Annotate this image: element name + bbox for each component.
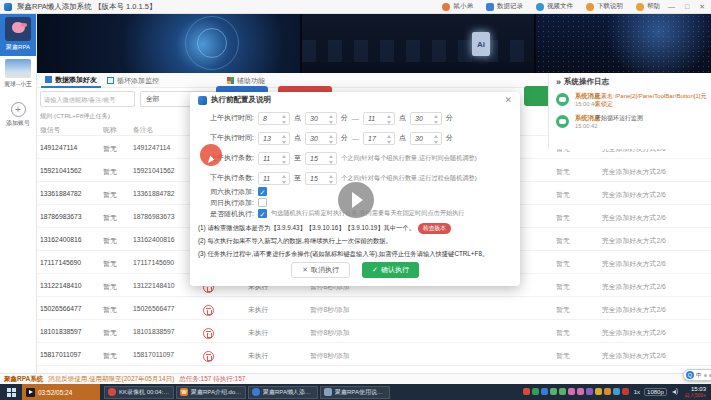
checkbox[interactable] <box>258 209 267 218</box>
morning-end-minute-input[interactable]: 30 <box>410 112 442 125</box>
tray-icon[interactable] <box>550 388 557 395</box>
video-play-button-overlay[interactable] <box>338 182 374 218</box>
afternoon-end-hour-input[interactable]: 17 <box>363 132 395 145</box>
sidebar-item-add-account[interactable]: 添加账号 <box>0 93 36 132</box>
spinner-icon <box>282 175 287 184</box>
status-task-stats: 总任务:157 待执行:157 <box>179 375 245 384</box>
tray-icon[interactable] <box>577 388 584 395</box>
titlebar-menu-item[interactable]: 鼠小弟 <box>442 2 473 11</box>
cell-wechat-id: 13122148410 <box>40 282 82 289</box>
afternoon-start-minute-input[interactable]: 30 <box>305 132 337 145</box>
tray-icon[interactable] <box>613 388 620 395</box>
check-version-button[interactable]: 检查版本 <box>418 223 451 234</box>
tray-icon[interactable] <box>595 388 602 395</box>
cell-interval: 暂停8秒/添加 <box>310 351 350 361</box>
ime-logo-icon[interactable]: Q <box>686 371 694 379</box>
tray-icon[interactable] <box>559 388 566 395</box>
taskbar-window-tile[interactable]: KK录像机 00:04:10 <box>104 386 174 399</box>
search-input[interactable] <box>40 91 135 107</box>
log-panel-title: 系统操作日志 <box>549 73 711 89</box>
cell-extra: 暂无 <box>556 213 570 223</box>
tab[interactable]: 数据添加好友 <box>41 73 101 88</box>
cell-add-method: 完全添加好友方式2/6 <box>602 190 666 200</box>
cell-wechat-id: 13162400816 <box>40 236 82 243</box>
cell-add-method: 完全添加好友方式2/6 <box>602 282 666 292</box>
checkbox[interactable] <box>258 198 267 207</box>
close-icon[interactable] <box>699 3 705 11</box>
titlebar-menu-label: 下载说明 <box>597 2 623 11</box>
spinner-icon <box>282 115 287 124</box>
morning-start-hour-input[interactable]: 8 <box>258 112 290 125</box>
maximize-icon[interactable] <box>685 3 689 11</box>
delete-icon[interactable] <box>203 305 214 316</box>
cell-add-method: 完全添加好友方式2/6 <box>602 236 666 246</box>
playback-speed[interactable]: 1x <box>634 389 640 395</box>
sidebar-item-account-2[interactable]: 寰球--小王 <box>0 56 36 93</box>
tab-icon <box>45 76 52 83</box>
cell-add-method: 完全添加好友方式2/6 <box>602 259 666 269</box>
titlebar-menu-item[interactable]: 帮助 <box>636 2 660 11</box>
taskbar-window-tile[interactable]: 聚鑫RPA懒人添加... <box>248 386 318 399</box>
minimize-icon[interactable] <box>668 3 675 11</box>
cell-extra: 暂无 <box>556 236 570 246</box>
confirm-execution-button[interactable]: 确认执行 <box>362 262 419 278</box>
tab-label: 辅助功能 <box>237 76 265 86</box>
afternoon-end-minute-input[interactable]: 30 <box>410 132 442 145</box>
morning-count-max-input[interactable]: 15 <box>305 152 337 165</box>
tray-icon[interactable] <box>622 388 629 395</box>
taskbar-window-label: 聚鑫RPA懒人添加... <box>263 388 314 397</box>
cancel-execution-button[interactable]: 取消执行 <box>291 262 350 278</box>
titlebar: 聚鑫RPA懒人添加系统 【版本号 1.0.1.5】 鼠小弟 数据记录 视频文件 <box>0 0 711 14</box>
afternoon-count-min-input[interactable]: 11 <box>258 172 290 185</box>
dialog-close-icon[interactable] <box>504 95 512 105</box>
spinner-icon <box>434 135 439 144</box>
morning-count-min-input[interactable]: 11 <box>258 152 290 165</box>
cell-nickname: 暂无 <box>103 236 117 246</box>
table-row[interactable]: 15026566477 暂无 15026566477 未执行 暂停8秒/添加 暂… <box>37 297 711 320</box>
ime-tool-icon[interactable] <box>704 374 707 377</box>
tray-icon[interactable] <box>604 388 611 395</box>
afternoon-start-hour-input[interactable]: 13 <box>258 132 290 145</box>
delete-icon[interactable] <box>203 328 214 339</box>
banner-ai-face-image <box>37 14 300 73</box>
filter-dropdown-value: 全部 <box>146 94 160 104</box>
cell-remark: 15921041562 <box>133 167 175 174</box>
taskbar-window-tile[interactable]: 聚鑫RPA使用说明... <box>320 386 390 399</box>
table-row[interactable]: 18101838597 暂无 18101838597 未执行 暂停8秒/添加 暂… <box>37 320 711 343</box>
sidebar-item-rpa-account[interactable]: 聚鑫RPA <box>0 14 36 56</box>
afternoon-count-max-input[interactable]: 15 <box>305 172 337 185</box>
cell-wechat-id: 13361884782 <box>40 190 82 197</box>
video-quality-badge[interactable]: 1080p <box>644 388 667 396</box>
delete-icon[interactable] <box>203 351 214 362</box>
titlebar-menu-item[interactable]: 下载说明 <box>586 2 623 11</box>
cell-nickname: 暂无 <box>103 167 117 177</box>
taskbar-window-tile[interactable]: 聚鑫RPA介绍.doc... <box>176 386 246 399</box>
taskbar-windows: KK录像机 00:04:10 聚鑫RPA介绍.doc... 聚鑫RPA懒人添加.… <box>104 386 390 399</box>
watermark-text: 日入500+ <box>685 393 706 399</box>
start-button[interactable] <box>0 384 22 400</box>
status-app-name: 聚鑫RPA系统 <box>4 375 43 384</box>
cell-interval: 暂停8秒/添加 <box>310 328 350 338</box>
dialog-buttons: 取消执行 确认执行 <box>190 262 520 278</box>
tray-icon[interactable] <box>532 388 539 395</box>
morning-start-minute-input[interactable]: 30 <box>305 112 337 125</box>
ime-language-icon[interactable]: 中 <box>696 372 702 379</box>
table-row[interactable]: 15817011097 暂无 15817011097 未执行 暂停8秒/添加 暂… <box>37 343 711 366</box>
tray-icon[interactable] <box>586 388 593 395</box>
titlebar-menu-item[interactable]: 数据记录 <box>486 2 523 11</box>
titlebar-menu-label: 鼠小弟 <box>453 2 473 11</box>
tray-icon[interactable] <box>568 388 575 395</box>
tray-icon[interactable] <box>523 388 530 395</box>
tray-icon[interactable] <box>541 388 548 395</box>
status-license: 消息反馈使用,使用期限至(2027年05月14日) <box>48 375 174 384</box>
checkbox[interactable] <box>258 187 267 196</box>
titlebar-menu-item[interactable]: 视频文件 <box>536 2 573 11</box>
morning-end-hour-input[interactable]: 11 <box>363 112 395 125</box>
cell-extra: 暂无 <box>556 328 570 338</box>
morning-time-row: 上午执行时间: 8 点 30 分 — 11 点 30 分 <box>198 110 453 126</box>
titlebar-menu-label: 数据记录 <box>497 2 523 11</box>
volume-icon[interactable] <box>672 388 680 396</box>
titlebar-menu-icon <box>536 3 544 11</box>
tab[interactable]: 循环添加监控 <box>103 73 163 88</box>
taskbar-active-video-tile[interactable]: 03:52/05:24 <box>22 384 100 400</box>
